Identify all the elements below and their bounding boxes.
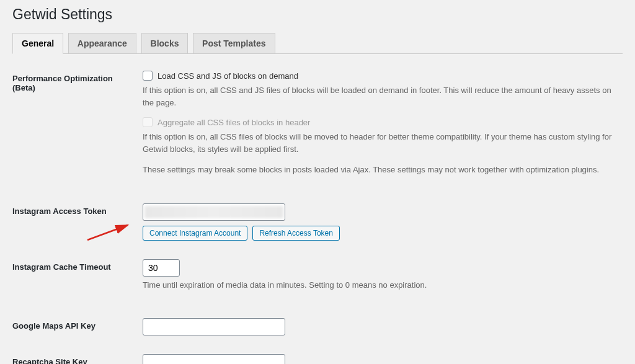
aggregate-css-header-label: Aggregate all CSS files of blocks in hea…: [158, 118, 310, 127]
tab-post-templates[interactable]: Post Templates: [193, 33, 275, 54]
tab-appearance[interactable]: Appearance: [68, 33, 136, 54]
instagram-token-input[interactable]: [143, 203, 285, 221]
instagram-cache-label: Instagram Cache Timeout: [12, 250, 136, 309]
load-css-js-on-demand-desc: If this option is on, all CSS and JS fil…: [143, 84, 616, 109]
tab-blocks[interactable]: Blocks: [141, 33, 189, 54]
gmaps-input[interactable]: [143, 318, 285, 335]
aggregate-css-header-checkbox: [143, 117, 153, 127]
instagram-cache-input[interactable]: [143, 259, 180, 277]
instagram-token-obscured: [144, 206, 283, 218]
connect-instagram-button[interactable]: Connect Instagram Account: [143, 226, 247, 241]
refresh-token-button[interactable]: Refresh Access Token: [252, 226, 340, 241]
performance-label: Performance Optimization (Beta): [12, 61, 136, 194]
performance-note: These settings may break some blocks in …: [143, 164, 616, 176]
gmaps-label: Google Maps API Key: [12, 309, 136, 345]
aggregate-css-header-desc: If this option is on, all CSS files of b…: [143, 131, 616, 155]
tab-general[interactable]: General: [12, 33, 63, 54]
page-title: Getwid Settings: [12, 6, 623, 23]
load-css-js-on-demand-label: Load CSS and JS of blocks on demand: [158, 71, 298, 81]
settings-table: Performance Optimization (Beta) Load CSS…: [12, 61, 623, 364]
recaptcha-site-label: Recaptcha Site Key: [12, 345, 136, 364]
recaptcha-site-input[interactable]: [143, 354, 285, 364]
load-css-js-on-demand-checkbox[interactable]: [143, 71, 153, 81]
tabs: General Appearance Blocks Post Templates: [12, 33, 623, 54]
instagram-cache-desc: Time until expiration of media data in m…: [143, 279, 616, 291]
instagram-token-label: Instagram Access Token: [12, 194, 136, 250]
